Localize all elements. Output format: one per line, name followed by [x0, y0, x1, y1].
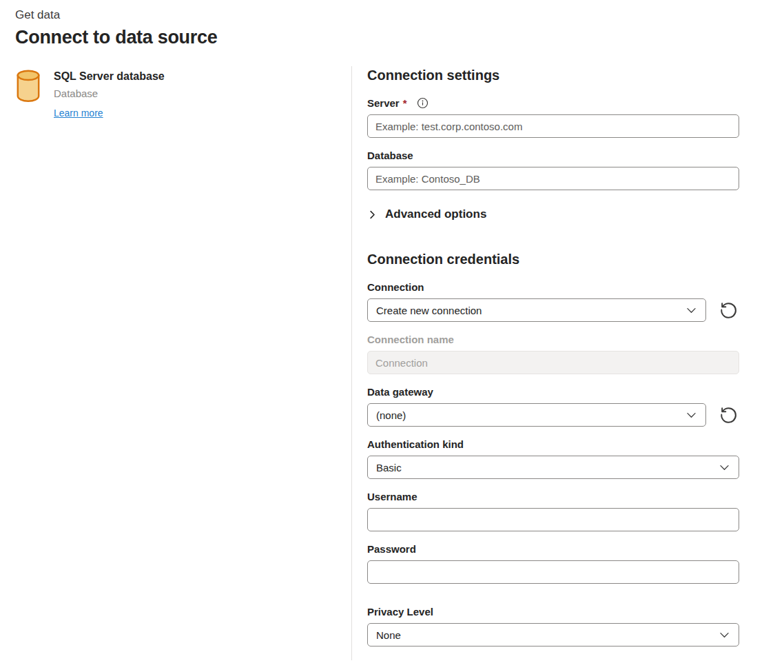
connection-control-row: Create new connection: [367, 293, 739, 322]
username-input[interactable]: [367, 508, 739, 531]
username-field: Username: [367, 491, 739, 531]
privacy-level-field: Privacy Level None: [367, 606, 739, 646]
source-type: Database: [54, 88, 165, 99]
refresh-gateways-button[interactable]: [718, 404, 739, 426]
connection-name-label: Connection name: [367, 334, 739, 345]
refresh-connections-button[interactable]: [718, 299, 739, 321]
source-card-text: SQL Server database Database Learn more: [54, 69, 165, 119]
connection-field: Connection Create new connection: [367, 281, 739, 322]
database-label: Database: [367, 150, 739, 161]
advanced-options-toggle[interactable]: Advanced options: [367, 207, 784, 221]
info-icon[interactable]: [417, 97, 429, 109]
connection-name-field: Connection name: [367, 334, 739, 374]
server-label: Server: [367, 97, 400, 109]
breadcrumb: Get data: [15, 8, 784, 22]
authentication-kind-dropdown[interactable]: Basic: [367, 456, 739, 479]
password-input[interactable]: [367, 560, 739, 584]
chevron-down-icon: [685, 409, 697, 421]
data-source-card: SQL Server database Database Learn more: [15, 69, 351, 119]
server-label-row: Server *: [367, 97, 739, 109]
connection-form-panel: Connection settings Server *: [351, 66, 784, 660]
connection-credentials-heading: Connection credentials: [367, 252, 784, 267]
data-gateway-dropdown[interactable]: (none): [367, 403, 706, 427]
advanced-options-label: Advanced options: [385, 207, 486, 221]
data-gateway-field: Data gateway (none): [367, 386, 739, 427]
page-title: Connect to data source: [15, 27, 784, 48]
learn-more-link[interactable]: Learn more: [54, 108, 103, 119]
server-field: Server *: [367, 97, 739, 138]
authentication-kind-label: Authentication kind: [367, 438, 739, 450]
data-gateway-dropdown-value: (none): [376, 409, 406, 421]
data-gateway-control-row: (none): [367, 398, 739, 427]
content-area: SQL Server database Database Learn more …: [15, 66, 784, 660]
connection-name-input: [367, 351, 739, 374]
refresh-icon: [718, 300, 739, 321]
authentication-kind-field: Authentication kind Basic: [367, 438, 739, 479]
chevron-down-icon: [719, 629, 730, 641]
refresh-icon: [718, 405, 739, 426]
privacy-level-label: Privacy Level: [367, 606, 739, 618]
chevron-down-icon: [719, 462, 730, 474]
database-cylinder-icon: [15, 69, 41, 119]
username-label: Username: [367, 491, 739, 502]
chevron-down-icon: [685, 305, 697, 316]
connection-dropdown-value: Create new connection: [376, 305, 482, 316]
source-panel: SQL Server database Database Learn more: [15, 66, 351, 660]
required-marker: *: [403, 97, 407, 109]
chevron-right-icon: [367, 210, 378, 220]
connection-label: Connection: [367, 281, 739, 293]
privacy-level-dropdown[interactable]: None: [367, 623, 739, 646]
authentication-kind-dropdown-value: Basic: [376, 462, 402, 474]
password-field: Password: [367, 543, 739, 584]
privacy-level-dropdown-value: None: [376, 629, 401, 641]
server-input[interactable]: [367, 114, 739, 138]
connection-settings-heading: Connection settings: [367, 68, 784, 83]
connect-to-data-source-page: Get data Connect to data source SQL Serv…: [0, 0, 784, 660]
password-label: Password: [367, 543, 739, 555]
database-input[interactable]: [367, 167, 739, 190]
database-field: Database: [367, 150, 739, 190]
data-gateway-label: Data gateway: [367, 386, 739, 398]
source-name: SQL Server database: [54, 69, 165, 83]
connection-dropdown[interactable]: Create new connection: [367, 298, 706, 322]
